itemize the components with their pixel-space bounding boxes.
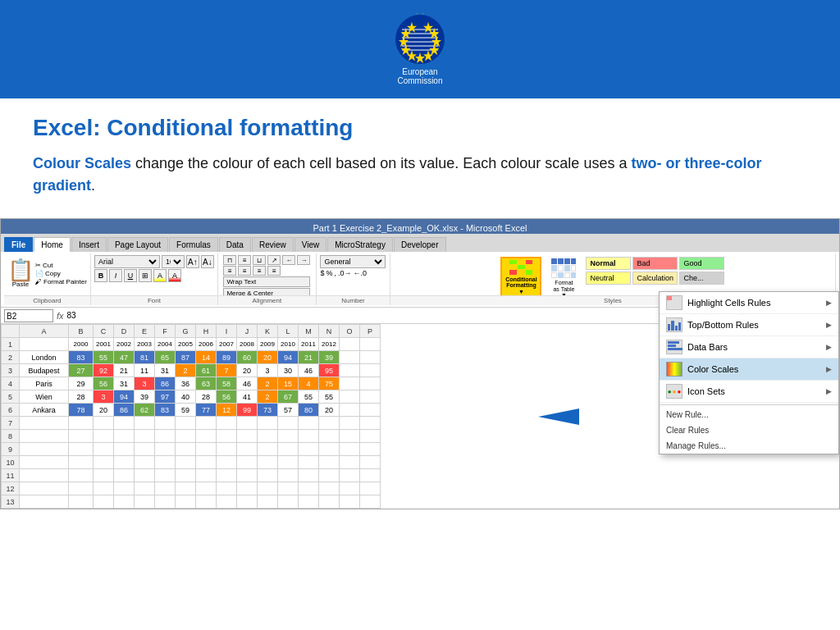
cell-m5[interactable]: 55 [299, 390, 319, 404]
cell-l2[interactable]: 94 [278, 351, 299, 364]
cell-i1[interactable]: 2007 [217, 338, 237, 351]
cell-m2[interactable]: 21 [299, 351, 319, 364]
data-bars-item[interactable]: Data Bars ▶ [660, 336, 838, 358]
tab-home[interactable]: Home [34, 237, 71, 252]
cell-c2[interactable]: 55 [94, 351, 114, 364]
cell-p2[interactable] [360, 351, 381, 364]
paste-button[interactable]: 📋 Paste [7, 259, 34, 288]
cell-j6[interactable]: 99 [237, 404, 258, 417]
cell-f1[interactable]: 2004 [155, 338, 176, 351]
tab-insert[interactable]: Insert [71, 237, 107, 252]
cell-c4[interactable]: 56 [94, 377, 114, 390]
fill-color-button[interactable]: A [153, 269, 167, 282]
cell-i5[interactable]: 56 [217, 390, 237, 404]
currency-btn[interactable]: $ [320, 269, 324, 277]
cell-j2[interactable]: 60 [237, 351, 258, 364]
font-shrink-button[interactable]: A↓ [201, 255, 214, 268]
cell-o6[interactable] [340, 404, 360, 417]
manage-rules-item[interactable]: Manage Rules... [660, 438, 838, 454]
col-n[interactable]: N [319, 325, 340, 338]
cell-a2[interactable]: London [20, 351, 69, 364]
name-box[interactable]: B2 [4, 309, 53, 322]
tab-formulas[interactable]: Formulas [169, 237, 218, 252]
col-m[interactable]: M [299, 325, 319, 338]
align-right[interactable]: ≡ [253, 266, 266, 276]
cell-g3[interactable]: 2 [176, 364, 196, 377]
border-button[interactable]: ⊞ [139, 269, 152, 282]
cell-k1[interactable]: 2009 [258, 338, 278, 351]
col-a[interactable]: A [20, 325, 69, 338]
cell-d2[interactable]: 47 [114, 351, 135, 364]
cell-l5[interactable]: 67 [278, 390, 299, 404]
cell-h1[interactable]: 2006 [196, 338, 217, 351]
style-check-box[interactable]: Che... [679, 272, 724, 285]
cell-o1[interactable] [340, 338, 360, 351]
cell-l4[interactable]: 15 [278, 377, 299, 390]
color-scales-item[interactable]: Color Scales ▶ [660, 358, 838, 381]
cell-k4[interactable]: 2 [258, 377, 278, 390]
cell-n2[interactable]: 39 [319, 351, 340, 364]
cell-j5[interactable]: 41 [237, 390, 258, 404]
cell-g4[interactable]: 36 [176, 377, 196, 390]
tab-developer[interactable]: Developer [394, 237, 446, 252]
cell-e4[interactable]: 3 [135, 377, 155, 390]
cell-a1[interactable] [20, 338, 69, 351]
cell-g5[interactable]: 40 [176, 390, 196, 404]
cell-n1[interactable]: 2012 [319, 338, 340, 351]
percent-btn[interactable]: % [326, 269, 332, 277]
orient-button[interactable]: ↗ [267, 255, 281, 265]
decimal-increase[interactable]: .0→ [338, 269, 352, 277]
cell-g6[interactable]: 59 [176, 404, 196, 417]
top-bottom-rules-item[interactable]: Top/Bottom Rules ▶ [660, 314, 838, 336]
cell-f6[interactable]: 83 [155, 404, 176, 417]
cell-f2[interactable]: 65 [155, 351, 176, 364]
cell-f5[interactable]: 97 [155, 390, 176, 404]
cell-h4[interactable]: 63 [196, 377, 217, 390]
cell-n3[interactable]: 95 [319, 364, 340, 377]
cell-e3[interactable]: 11 [135, 364, 155, 377]
cell-b4[interactable]: 29 [69, 377, 94, 390]
cell-i6[interactable]: 12 [217, 404, 237, 417]
cell-a3[interactable]: Budapest [20, 364, 69, 377]
font-size-select[interactable]: 10 [162, 255, 185, 268]
cell-m3[interactable]: 46 [299, 364, 319, 377]
cell-c6[interactable]: 20 [94, 404, 114, 417]
style-bad-box[interactable]: Bad [632, 257, 678, 270]
cell-o5[interactable] [340, 390, 360, 404]
cell-g1[interactable]: 2005 [176, 338, 196, 351]
cell-a4[interactable]: Paris [20, 377, 69, 390]
font-color-button[interactable]: A [168, 269, 181, 282]
cell-o3[interactable] [340, 364, 360, 377]
cell-k2[interactable]: 20 [258, 351, 278, 364]
cell-e5[interactable]: 39 [135, 390, 155, 404]
italic-button[interactable]: I [109, 269, 122, 282]
copy-button[interactable]: 📄 Copy [35, 270, 87, 277]
col-p[interactable]: P [360, 325, 381, 338]
cell-b6[interactable]: 78 [69, 404, 94, 417]
cell-p4[interactable] [360, 377, 381, 390]
cell-j1[interactable]: 2008 [237, 338, 258, 351]
cell-p3[interactable] [360, 364, 381, 377]
tab-microstrategy[interactable]: MicroStrategy [327, 237, 393, 252]
cell-p5[interactable] [360, 390, 381, 404]
align-top-right[interactable]: ⊔ [253, 255, 266, 265]
col-i[interactable]: I [217, 325, 237, 338]
cell-m1[interactable]: 2011 [299, 338, 319, 351]
cell-k6[interactable]: 73 [258, 404, 278, 417]
align-justify[interactable]: ≡ [267, 266, 281, 276]
decimal-decrease[interactable]: ←.0 [353, 269, 367, 277]
indent-increase[interactable]: → [297, 255, 310, 265]
col-k[interactable]: K [258, 325, 278, 338]
cell-d5[interactable]: 94 [114, 390, 135, 404]
cell-j4[interactable]: 46 [237, 377, 258, 390]
cell-f4[interactable]: 86 [155, 377, 176, 390]
cell-g2[interactable]: 87 [176, 351, 196, 364]
cell-a7[interactable] [20, 417, 69, 430]
col-e[interactable]: E [135, 325, 155, 338]
font-name-select[interactable]: Arial [94, 255, 160, 268]
cell-i2[interactable]: 89 [217, 351, 237, 364]
col-d[interactable]: D [114, 325, 135, 338]
cell-f3[interactable]: 31 [155, 364, 176, 377]
col-h[interactable]: H [196, 325, 217, 338]
number-format-select[interactable]: General [320, 255, 386, 268]
